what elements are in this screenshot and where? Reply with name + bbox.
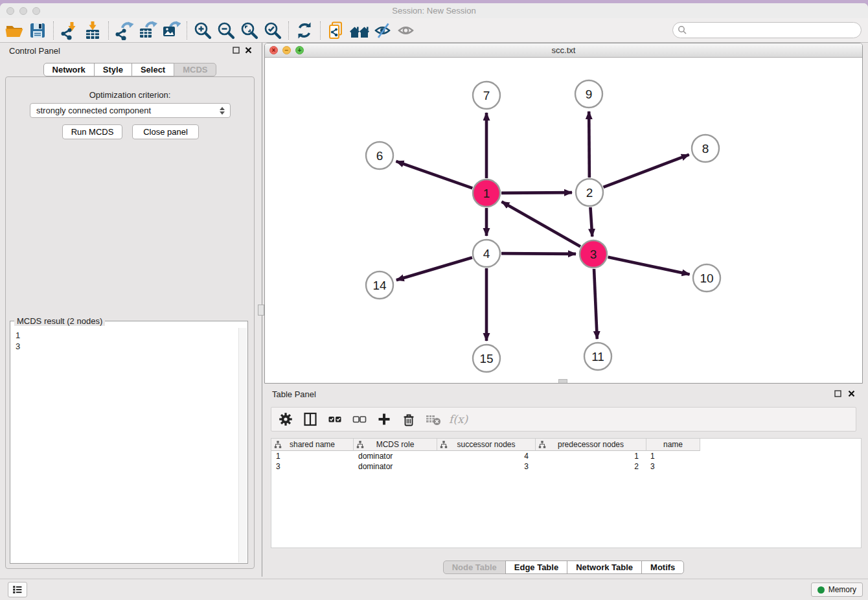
application-window: Session: New Session (0, 3, 868, 600)
graph-edge-2-8[interactable] (604, 155, 689, 187)
open-folder-icon (5, 21, 24, 40)
trash-icon (401, 411, 417, 427)
zoom-out-button[interactable] (214, 20, 238, 41)
graph-edge-3-1[interactable] (501, 202, 580, 246)
export-network-button[interactable] (113, 20, 136, 41)
delete-table-button[interactable] (424, 410, 442, 428)
refresh-view-button[interactable] (293, 20, 316, 41)
close-table-panel-icon[interactable] (848, 390, 855, 397)
graph-edge-1-2[interactable] (501, 192, 572, 193)
table-cell: dominator (354, 451, 437, 461)
show-column-browser-button[interactable] (301, 410, 319, 428)
column-header-predecessor-nodes[interactable]: predecessor nodes (536, 439, 646, 451)
select-all-columns-button[interactable] (326, 410, 344, 428)
save-session-button[interactable] (26, 20, 49, 41)
tab-network[interactable]: Network (43, 63, 95, 76)
criterion-value: strongly connected component (36, 106, 151, 115)
delete-table-icon (425, 411, 442, 427)
import-table-button[interactable] (81, 20, 104, 41)
refresh-icon (295, 21, 314, 40)
import-network-button[interactable] (58, 20, 81, 41)
column-header-successor-nodes[interactable]: successor nodes (437, 439, 536, 451)
column-header-name[interactable]: name (646, 439, 700, 451)
minimize-window-button[interactable] (19, 7, 27, 15)
graph-edge-3-11[interactable] (594, 269, 597, 339)
panel-splitter-handle[interactable] (258, 305, 264, 316)
zoom-in-button[interactable] (191, 20, 214, 41)
graph-node-4[interactable]: 4 (473, 240, 500, 267)
open-session-button[interactable] (3, 20, 26, 41)
graph-edge-2-3[interactable] (590, 207, 592, 237)
network-maximize-button[interactable]: + (295, 46, 304, 54)
network-graph[interactable]: 1234678910111415 (265, 58, 863, 384)
graph-edge-4-14[interactable] (396, 258, 472, 281)
browse-ndex-button[interactable] (348, 20, 371, 41)
zoom-selected-button[interactable] (261, 20, 284, 41)
tab-style[interactable]: Style (94, 63, 132, 76)
open-in-ndex-button[interactable] (325, 20, 348, 41)
show-task-history-button[interactable] (8, 582, 27, 597)
tab-node-table[interactable]: Node Table (443, 560, 506, 574)
graph-node-1[interactable]: 1 (473, 179, 500, 207)
graph-edge-1-6[interactable] (396, 161, 472, 188)
export-image-button[interactable] (159, 20, 183, 41)
graph-node-8[interactable]: 8 (692, 135, 719, 162)
graph-edge-3-10[interactable] (608, 257, 690, 275)
window-traffic-lights (6, 7, 40, 15)
unselect-all-columns-button[interactable] (350, 410, 369, 428)
table-tabs: Node Table Edge Table Network Table Moti… (264, 560, 863, 574)
svg-text:11: 11 (591, 350, 604, 363)
table-row[interactable]: 1dominator411 (271, 451, 861, 461)
float-panel-icon[interactable] (233, 47, 240, 54)
tab-network-table[interactable]: Network Table (567, 560, 642, 574)
graph-node-9[interactable]: 9 (575, 80, 602, 108)
svg-text:1: 1 (483, 187, 490, 200)
function-builder-button[interactable]: f(x) (449, 410, 468, 428)
run-mcds-button[interactable]: Run MCDS (62, 124, 122, 139)
graph-edge-2-9[interactable] (589, 111, 589, 178)
graph-node-15[interactable]: 15 (473, 345, 500, 372)
memory-button[interactable]: Memory (811, 583, 863, 597)
graph-node-7[interactable]: 7 (473, 82, 500, 109)
network-close-button[interactable]: × (269, 46, 278, 54)
graph-node-3[interactable]: 3 (580, 240, 607, 268)
network-window-titlebar[interactable]: × − + scc.txt (265, 43, 862, 58)
result-scrollbar[interactable] (238, 328, 247, 562)
close-window-button[interactable] (6, 7, 14, 15)
graph-node-10[interactable]: 10 (693, 264, 720, 292)
network-canvas[interactable]: 1234678910111415 (265, 58, 862, 384)
graph-node-14[interactable]: 14 (366, 271, 393, 299)
svg-text:9: 9 (586, 87, 593, 101)
tab-edge-table[interactable]: Edge Table (505, 560, 567, 574)
add-column-button[interactable] (375, 410, 393, 428)
tab-select[interactable]: Select (131, 63, 174, 76)
table-row[interactable]: 3dominator323 (271, 461, 861, 472)
close-panel-icon[interactable] (245, 47, 252, 54)
canvas-resize-handle[interactable] (558, 379, 567, 384)
table-cell: 1 (271, 451, 354, 461)
zoom-window-button[interactable] (32, 7, 40, 15)
export-table-button[interactable] (136, 20, 159, 41)
column-header-mcds-role[interactable]: MCDS role (354, 439, 437, 451)
network-view-window: × − + scc.txt 1234678910111415 (264, 43, 863, 384)
criterion-dropdown[interactable]: strongly connected component (30, 103, 231, 118)
graph-node-6[interactable]: 6 (366, 142, 393, 169)
graph-edge-4-3[interactable] (501, 253, 576, 254)
svg-text:14: 14 (372, 279, 387, 292)
tab-motifs[interactable]: Motifs (641, 560, 684, 574)
close-panel-button[interactable]: Close panel (132, 124, 199, 139)
graph-node-11[interactable]: 11 (584, 343, 611, 370)
zoom-fit-button[interactable] (238, 20, 261, 41)
toolbar-separator (288, 21, 289, 40)
hide-graphics-details-button[interactable] (371, 20, 394, 41)
tab-mcds[interactable]: MCDS (174, 63, 216, 76)
float-table-panel-icon[interactable] (834, 390, 841, 397)
delete-columns-button[interactable] (400, 410, 418, 428)
graph-node-2[interactable]: 2 (576, 179, 603, 206)
table-options-button[interactable] (277, 410, 295, 428)
search-input[interactable] (672, 22, 862, 38)
show-graphics-details-button[interactable] (394, 20, 418, 41)
mcds-result-lines: 1 3 (10, 321, 247, 352)
column-header-shared-name[interactable]: shared name (271, 439, 354, 451)
network-minimize-button[interactable]: − (282, 46, 291, 54)
